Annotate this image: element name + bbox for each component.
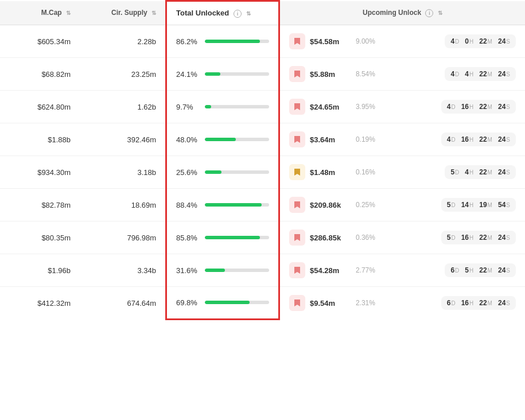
secs-num: 24 [498, 168, 505, 176]
days-num: 5 [447, 234, 451, 242]
mins-unit: M [488, 137, 492, 143]
days-unit: D [451, 137, 455, 143]
unlocked-pct-label: 25.6% [176, 168, 200, 177]
secs-unit: S [506, 137, 510, 143]
upcoming-cell: $5.88m 8.54% 4D 4H 22M 24S [279, 58, 525, 91]
table-row: $1.96b3.34b 31.6% $54.28m 2.77% 6D 5H 22… [0, 254, 525, 287]
unlocked-sort-icon[interactable]: ⇅ [246, 10, 251, 17]
upcoming-cell: $209.86k 0.25% 5D 14H 19M 54S [279, 189, 525, 221]
mins-num: 22 [479, 70, 487, 78]
progress-wrap: 86.2% [176, 37, 269, 46]
secs-num: 24 [498, 103, 505, 111]
unlock-icon [289, 197, 305, 213]
countdown-badge: 4D 16H 22M 24S [441, 133, 516, 146]
days-num: 4 [447, 135, 451, 143]
upcoming-header[interactable]: Upcoming Unlock i ⇅ [279, 1, 525, 25]
unlock-amount: $9.54m [310, 299, 351, 308]
countdown-badge: 5D 4H 22M 24S [445, 165, 516, 179]
unlocked-cell: 86.2% [166, 25, 279, 58]
mins-num: 22 [479, 37, 487, 45]
mcap-sort-icon[interactable]: ⇅ [66, 10, 71, 16]
unlock-amount: $286.85k [310, 234, 351, 242]
progress-bar-fill [205, 301, 250, 304]
unlock-pct: 0.16% [356, 168, 383, 176]
countdown-badge: 4D 0H 22M 24S [445, 34, 516, 48]
mins-unit: M [488, 202, 492, 208]
hours-num: 16 [461, 103, 469, 111]
supply-cell: 23.25m [80, 58, 166, 91]
unlock-amount: $5.88m [310, 70, 351, 79]
mins-num: 22 [479, 299, 487, 307]
mins-unit: M [488, 300, 492, 306]
upcoming-wrap: $24.65m 3.95% 4D 16H 22M 24S [289, 99, 516, 115]
upcoming-wrap: $5.88m 8.54% 4D 4H 22M 24S [289, 66, 516, 82]
unlock-icon [289, 262, 305, 278]
hours-num: 16 [461, 135, 469, 143]
unlock-amount: $54.28m [310, 266, 351, 275]
mcap-cell: $605.34m [0, 25, 80, 58]
table-row: $82.78m18.69m 88.4% $209.86k 0.25% 5D 14… [0, 189, 525, 221]
unlocked-info-icon[interactable]: i [234, 10, 242, 18]
unlocked-cell: 31.6% [166, 254, 279, 287]
mins-unit: M [488, 71, 492, 77]
progress-wrap: 88.4% [176, 201, 269, 209]
unlock-amount: $24.65m [310, 103, 351, 111]
unlock-pct: 3.95% [356, 103, 383, 111]
days-unit: D [451, 202, 455, 208]
supply-sort-icon[interactable]: ⇅ [151, 10, 156, 16]
progress-wrap: 48.0% [176, 135, 269, 144]
progress-bar-fill [205, 170, 221, 174]
progress-bar-fill [205, 105, 211, 108]
supply-header[interactable]: Cir. Supply ⇅ [80, 1, 166, 25]
table-row: $934.30m3.18b 25.6% $1.48m 0.16% 5D 4H 2… [0, 156, 525, 189]
hours-unit: H [469, 300, 473, 306]
days-unit: D [455, 169, 459, 176]
upcoming-cell: $54.58m 9.00% 4D 0H 22M 24S [279, 25, 525, 58]
hours-num: 0 [465, 37, 469, 45]
mcap-cell: $1.96b [0, 254, 80, 287]
mins-unit: M [488, 104, 492, 110]
unlocked-cell: 48.0% [166, 123, 279, 156]
mins-unit: M [488, 235, 492, 241]
upcoming-cell: $3.64m 0.19% 4D 16H 22M 24S [279, 123, 525, 156]
unlock-pct: 0.25% [356, 201, 383, 209]
mcap-header[interactable]: M.Cap ⇅ [0, 1, 80, 25]
secs-unit: S [506, 169, 510, 176]
progress-bar-fill [205, 138, 236, 141]
days-unit: D [455, 71, 459, 77]
hours-unit: H [469, 38, 473, 45]
upcoming-wrap: $286.85k 0.36% 5D 16H 22M 24S [289, 230, 516, 246]
mins-num: 19 [479, 201, 487, 209]
unlock-icon [289, 66, 305, 82]
upcoming-wrap: $9.54m 2.31% 6D 16H 22M 24S [289, 295, 516, 311]
upcoming-info-icon[interactable]: i [425, 9, 433, 17]
upcoming-cell: $1.48m 0.16% 5D 4H 22M 24S [279, 156, 525, 189]
upcoming-wrap: $54.58m 9.00% 4D 0H 22M 24S [289, 33, 516, 49]
unlock-icon [289, 33, 305, 49]
supply-cell: 392.46m [80, 123, 166, 156]
mcap-cell: $80.35m [0, 221, 80, 254]
progress-wrap: 25.6% [176, 168, 269, 177]
table-header-row: M.Cap ⇅ Cir. Supply ⇅ Total Unlocked i ⇅… [0, 1, 525, 25]
table-row: $412.32m674.64m 69.8% $9.54m 2.31% 6D 16… [0, 287, 525, 320]
hours-unit: H [469, 71, 473, 77]
upcoming-sort-icon[interactable]: ⇅ [438, 10, 442, 16]
days-num: 4 [450, 70, 454, 78]
days-unit: D [451, 300, 455, 306]
secs-num: 24 [498, 266, 505, 274]
secs-num: 24 [498, 299, 505, 307]
upcoming-cell: $286.85k 0.36% 5D 16H 22M 24S [279, 221, 525, 254]
hours-num: 5 [465, 266, 469, 274]
days-num: 4 [447, 103, 451, 111]
secs-num: 54 [498, 201, 505, 209]
mins-num: 22 [479, 168, 487, 176]
mins-num: 22 [479, 103, 487, 111]
supply-cell: 674.64m [80, 287, 166, 320]
unlock-pct: 0.19% [356, 135, 383, 143]
upcoming-wrap: $54.28m 2.77% 6D 5H 22M 24S [289, 262, 516, 278]
secs-num: 24 [498, 234, 505, 242]
unlocked-header-label: Total Unlocked [176, 9, 229, 17]
unlocked-header[interactable]: Total Unlocked i ⇅ [166, 1, 279, 25]
countdown-badge: 4D 4H 22M 24S [445, 67, 516, 81]
hours-unit: H [469, 137, 473, 143]
